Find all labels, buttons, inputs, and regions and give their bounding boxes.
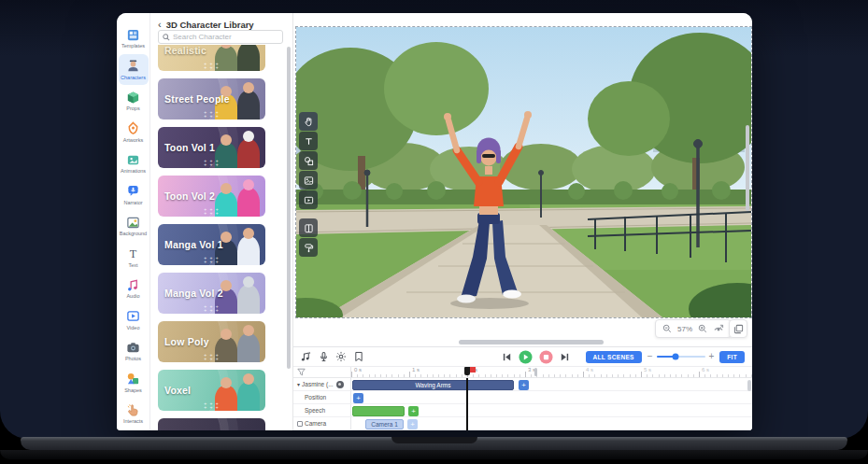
all-scenes-button[interactable]: ALL SCENES [586,351,642,363]
panel-scrollbar[interactable] [287,47,291,369]
pages-tool[interactable] [299,218,318,237]
canvas-toolstrip [299,112,318,258]
skip-forward-button[interactable] [560,352,570,362]
stop-button[interactable] [539,350,553,364]
slider-plus-icon[interactable]: + [709,352,715,361]
laptop-notch [391,437,477,443]
clip-speech[interactable] [352,406,405,416]
sidebar-item-audio[interactable]: Audio [119,273,149,304]
sidebar-item-templates[interactable]: Templates [119,22,149,54]
sidebar-item-background[interactable]: Background [119,210,149,242]
sidebar-item-video[interactable]: Video [119,304,149,336]
microphone-icon[interactable] [316,350,331,363]
shapes-tool[interactable] [299,151,318,170]
sidebar-item-label: Background [120,231,147,236]
card-title: Low Poly [164,336,209,347]
sidebar-item-narrator[interactable]: Narrator [119,179,149,211]
card-toon-vol-1[interactable]: Toon Vol 1 [158,127,265,168]
hide-preview-icon[interactable] [713,320,724,337]
music-icon[interactable] [298,350,313,363]
sidebar-item-label: Templates [121,43,145,49]
sidebar-item-label: Text [128,262,137,268]
scene-end-grip[interactable] [534,368,537,376]
playhead-line[interactable] [466,378,468,430]
paint-roller-tool[interactable] [299,238,318,257]
skip-back-button[interactable] [502,352,512,362]
clip-waving-arms[interactable]: Waving Arms [352,380,514,390]
card-figure [237,333,260,362]
canvas-zoom-bar: 57% [655,319,732,338]
camera-track-icon [297,421,303,427]
search-icon [163,34,170,41]
pan-hand-tool[interactable] [299,112,318,131]
card-street-people[interactable]: Street People [158,78,265,120]
card-title: Manga Vol 2 [164,288,223,299]
timeline-toolbar: ALL SCENES − + FIT [293,347,752,367]
duplicate-button[interactable] [729,319,747,338]
card-figure [237,45,260,71]
slider-thumb[interactable] [673,354,679,360]
ruler-lane[interactable]: 0 s 1 s 2 s 3 s 4 s 5 s 6 s 7 s [351,367,752,377]
card-toon-vol-2[interactable]: Toon Vol 2 [158,176,265,217]
character-badge-icon[interactable] [336,381,344,388]
effects-icon[interactable] [334,350,349,363]
background-icon [126,216,140,230]
card-figure [215,46,237,71]
tick-label: 1 s [412,367,420,373]
sidebar-item-interacts[interactable]: Interacts [119,398,149,429]
canvas-horizontal-scrollbar[interactable] [459,340,604,344]
card-title: Voxel [164,385,191,396]
play-button[interactable] [519,350,533,364]
add-speech-button[interactable]: + [408,406,419,416]
copy-icon [733,324,744,334]
sidebar-item-characters[interactable]: Characters [119,54,149,86]
sidebar-item-text[interactable]: T Text [119,242,149,274]
filter-funnel-icon[interactable] [297,368,306,376]
sidebar-item-label: Artworks [123,137,143,143]
bookmark-icon[interactable] [351,350,366,363]
card-figure [215,191,237,217]
sidebar-item-animations[interactable]: Animations [119,148,149,179]
card-low-poly[interactable]: Low Poly [158,321,265,362]
characters-icon [126,59,140,73]
card-manga-vol-2[interactable]: Manga Vol 2 [158,273,265,314]
add-position-button[interactable]: + [353,393,363,403]
track-label-character[interactable]: ▾ Jasmine (... [293,378,351,390]
add-camera-button[interactable]: + [407,419,418,429]
track-lane-camera[interactable]: Camera 1 + [351,417,752,429]
track-row-speech: Speech + [293,404,752,417]
search-box[interactable] [158,30,283,44]
slider-track[interactable] [657,356,705,358]
add-animation-button[interactable]: + [519,380,529,390]
track-lane-character[interactable]: Waving Arms + [351,378,752,390]
fit-button[interactable]: FIT [719,351,745,363]
text-tool[interactable] [299,132,318,150]
sidebar-item-photos[interactable]: Photos [119,335,149,367]
card-next-partial[interactable] [158,418,265,430]
back-chevron-icon[interactable]: ‹ [158,20,162,30]
track-label-camera[interactable]: Camera [293,417,351,429]
timeline-tracks: ▾ Jasmine (... Waving Arms + Position [293,378,752,430]
card-manga-vol-1[interactable]: Manga Vol 1 [158,224,265,265]
narrator-icon [126,184,140,198]
chevron-down-icon[interactable]: ▾ [297,381,300,387]
zoom-in-icon[interactable] [698,320,707,337]
card-figure [237,139,260,168]
sidebar-item-artworks[interactable]: Artworks [119,117,149,148]
timeline-scrollbar[interactable] [747,380,751,391]
track-lane-speech[interactable]: + [351,404,752,416]
canvas-scene[interactable] [296,27,751,317]
sidebar-item-label: Interacts [123,418,143,424]
card-voxel[interactable]: Voxel [158,370,265,411]
sidebar-item-shapes[interactable]: Shapes [119,367,149,399]
image-tool[interactable] [299,171,318,190]
video-tool[interactable] [299,190,318,209]
slider-minus-icon[interactable]: − [647,352,653,361]
card-realistic[interactable]: Realistic [158,45,265,71]
track-lane-position[interactable]: + [351,391,752,403]
sidebar-item-props[interactable]: Props [119,85,149,117]
canvas-vertical-scrollbar[interactable] [746,125,749,211]
zoom-out-icon[interactable] [662,320,672,337]
clip-camera-1[interactable]: Camera 1 [365,419,404,429]
search-input[interactable] [173,33,278,41]
